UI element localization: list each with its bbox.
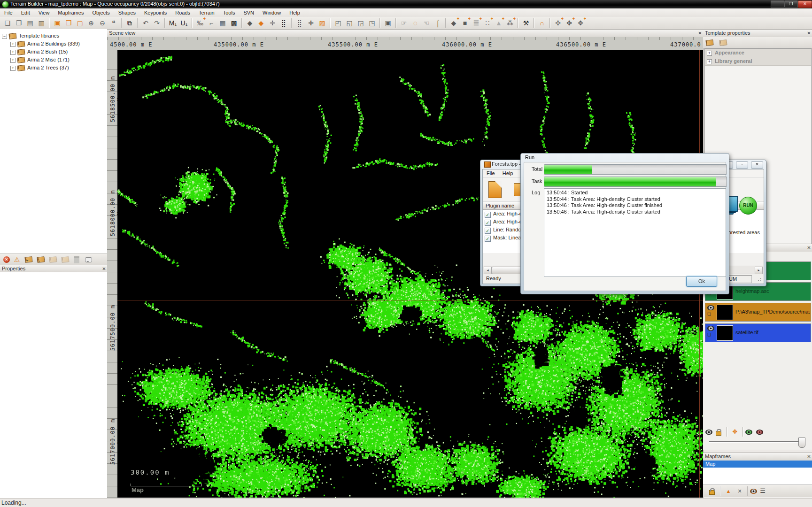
tree-root-template-libraries[interactable]: −Template libraries <box>2 32 107 40</box>
new-file-icon[interactable] <box>488 181 502 198</box>
save-all-icon[interactable]: ▥ <box>36 18 46 28</box>
forests-maximize-button[interactable]: ▫ <box>736 161 748 169</box>
log-box[interactable]: 13:50:44 : Started13:50:44 : Task Area: … <box>544 188 726 277</box>
menu-terrain[interactable]: Terrain <box>194 8 219 17</box>
add-cube-icon[interactable]: ■+ <box>460 18 470 28</box>
warnings-icon[interactable]: ⚠ <box>12 254 22 265</box>
mapframe-activate-icon[interactable]: ▲ <box>723 486 734 496</box>
clapper-icon[interactable]: ⧉ <box>124 18 135 28</box>
layer-move-icon[interactable]: ✥ <box>730 427 740 437</box>
cube-orange-icon[interactable]: ◆ <box>256 18 266 28</box>
pick-hand-icon[interactable]: ☜ <box>421 18 432 28</box>
node-tool3-icon[interactable]: ✥+ <box>575 18 586 28</box>
cube-grey-icon[interactable]: ◆ <box>245 18 255 28</box>
minimize-button[interactable]: – <box>771 0 784 8</box>
add-library-icon[interactable]: + <box>24 256 32 263</box>
view-image-icon[interactable]: ◳ <box>367 18 377 28</box>
layer-eye-icon[interactable] <box>707 305 714 310</box>
layer-opacity-slider[interactable] <box>709 441 805 443</box>
import-library-icon[interactable]: ↓ <box>37 256 45 263</box>
menu-help[interactable]: Help <box>285 8 304 17</box>
close-button[interactable]: ✕ <box>798 0 812 8</box>
scroll-right-icon[interactable]: ▸ <box>755 267 763 274</box>
menu-keypoints[interactable]: Keypoints <box>140 8 171 17</box>
ok-button[interactable]: Ok <box>686 276 717 287</box>
paste-library-icon[interactable] <box>61 256 69 263</box>
mapframe-visibility-icon[interactable] <box>750 489 757 494</box>
expand-icon[interactable]: + <box>10 66 15 71</box>
save-icon[interactable]: ▤ <box>25 18 35 28</box>
tree-item-1[interactable]: +Arma 2 Bush (15) <box>2 48 107 56</box>
menu-shapes[interactable]: Shapes <box>114 8 140 17</box>
delete-library-icon[interactable] <box>74 256 79 263</box>
scroll-left-icon[interactable]: ◂ <box>484 267 492 274</box>
plugin-checkbox[interactable]: ✓ <box>485 220 491 226</box>
magnet-icon[interactable]: ∩ <box>537 18 547 28</box>
maximize-button[interactable]: ❐ <box>784 0 798 8</box>
mapframe-properties-icon[interactable]: ☰ <box>758 486 768 496</box>
library-properties-icon[interactable] <box>705 39 713 46</box>
pan-hand-icon[interactable]: ☞ <box>399 18 409 28</box>
copy-library-icon[interactable] <box>49 256 57 263</box>
zoom-selection-icon[interactable]: ◲ <box>356 18 366 28</box>
node-tool-icon[interactable]: ✣+ <box>553 18 563 28</box>
properties-close-icon[interactable]: ✕ <box>101 266 107 272</box>
menu-mapframes[interactable]: Mapframes <box>54 8 88 17</box>
mapframe-lock-icon[interactable] <box>709 490 715 495</box>
add-points-icon[interactable]: ⁂+ <box>505 18 515 28</box>
undo-icon[interactable]: ↶ <box>140 18 151 28</box>
marquee-select-icon[interactable]: ▢ <box>75 18 85 28</box>
expand-icon[interactable]: + <box>10 50 15 55</box>
menu-svn[interactable]: SVN <box>239 8 258 17</box>
layers-close-icon[interactable]: ✕ <box>806 245 812 251</box>
template-properties-close-icon[interactable]: ✕ <box>806 30 812 36</box>
move-selection-icon[interactable]: ❒ <box>63 18 74 28</box>
menu-roads[interactable]: Roads <box>171 8 194 17</box>
expand-icon[interactable]: + <box>707 51 712 56</box>
tree-item-3[interactable]: +Arma 2 Trees (37) <box>2 64 107 72</box>
layer-row-3[interactable]: ❏satellite.tif <box>705 323 811 342</box>
subtract-selection-icon[interactable]: ⊖ <box>97 18 108 28</box>
show-all-layers-icon[interactable] <box>745 430 752 435</box>
property-section-appearance[interactable]: +Appearance <box>705 49 811 57</box>
collapse-icon[interactable]: − <box>2 34 7 39</box>
redo-icon[interactable]: ↷ <box>152 18 162 28</box>
open-project-icon[interactable]: ❐ <box>14 18 24 28</box>
framed-view-icon[interactable]: ▣ <box>383 18 393 28</box>
layer-visibility-icon[interactable] <box>705 430 712 435</box>
mapframe-item-map[interactable]: Map <box>703 461 812 468</box>
hide-all-layers-icon[interactable] <box>756 430 763 435</box>
add-grid-icon[interactable]: ∷+ <box>482 18 493 28</box>
scene-view-close-icon[interactable]: ✕ <box>697 30 703 36</box>
utility-icon[interactable]: U₁ <box>179 18 189 28</box>
lasso-icon[interactable]: ◌ <box>410 18 420 28</box>
layer-row-2[interactable]: ❏P:\A3\map_TPDemo\source\mask.tif <box>705 303 811 322</box>
zoom-screen-icon[interactable]: ◱ <box>344 18 355 28</box>
add-selection-icon[interactable]: ⊕ <box>86 18 96 28</box>
corner-ruler-icon[interactable]: ⌐ <box>206 18 217 28</box>
forests-menu-help[interactable]: Help <box>499 169 517 177</box>
mapframe-delete-icon[interactable]: ✕ <box>735 486 745 496</box>
pixel-grid2-icon[interactable]: ⣿ <box>294 18 305 28</box>
menu-window[interactable]: Window <box>258 8 285 17</box>
new-project-icon[interactable]: ❏ <box>2 18 13 28</box>
expand-icon[interactable]: + <box>10 42 15 47</box>
plugin-checkbox[interactable]: ✓ <box>485 212 491 218</box>
view-screen-icon[interactable]: ◰ <box>333 18 343 28</box>
tree-item-0[interactable]: +Arma 2 Buildings (339) <box>2 40 107 48</box>
layer-lock-icon[interactable] <box>716 431 721 436</box>
add-object-icon[interactable]: ◆+ <box>449 18 459 28</box>
layer-eye-icon[interactable] <box>707 326 714 331</box>
comment-icon[interactable]: ❝ <box>108 18 119 28</box>
menu-tools[interactable]: Tools <box>219 8 240 17</box>
expand-icon[interactable]: + <box>10 58 15 63</box>
forests-close-button[interactable]: ✕ <box>751 161 763 169</box>
mapframes-close-icon[interactable]: ✕ <box>806 453 812 460</box>
grid-fine-icon[interactable]: ▦ <box>217 18 228 28</box>
forests-menu-file[interactable]: File <box>483 169 499 177</box>
path-ruler-icon[interactable]: ⌠ <box>433 18 443 28</box>
add-shape-icon[interactable]: ▲+ <box>494 18 504 28</box>
property-section-library-general[interactable]: +Library general <box>705 57 811 66</box>
run-button[interactable]: RUN <box>739 197 757 215</box>
node-tool2-icon[interactable]: ✤+ <box>564 18 574 28</box>
